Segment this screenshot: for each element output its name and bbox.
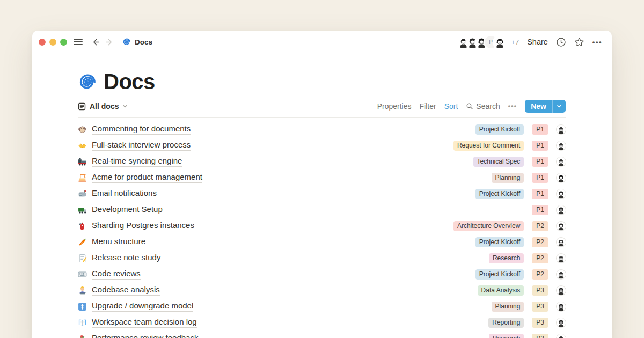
doc-row[interactable]: Performance review feedback Research P3 [78, 330, 566, 338]
doc-priority-badge: P2 [532, 269, 548, 280]
parrot-icon [78, 334, 87, 338]
breadcrumb[interactable]: Docs [122, 38, 152, 46]
doc-priority-badge: P1 [532, 173, 548, 183]
doc-priority-badge: P2 [532, 221, 548, 231]
doc-title[interactable]: Development Setup [92, 204, 163, 215]
doc-tag-badge: Project Kickoff [475, 189, 524, 199]
doc-title[interactable]: Real-time syncing engine [92, 156, 182, 167]
doc-tag-badge: Reporting [488, 318, 524, 328]
doc-row[interactable]: Code reviews Project Kickoff P2 [78, 266, 566, 282]
back-arrow-icon[interactable] [91, 37, 101, 47]
doc-row[interactable]: Workspace team decision log Reporting P3 [78, 314, 566, 330]
share-button[interactable]: Share [527, 38, 548, 46]
clock-icon[interactable] [556, 37, 566, 47]
view-label: All docs [90, 102, 119, 111]
avatar-overflow-count: +7 [511, 38, 519, 46]
close-button[interactable] [39, 39, 46, 46]
new-button-dropdown[interactable] [552, 100, 566, 113]
doc-row[interactable]: Codebase analysis Data Analysis P3 [78, 282, 566, 298]
svg-text:P: P [489, 39, 493, 45]
doc-assignee-avatar [557, 173, 566, 182]
collaborator-avatar[interactable] [494, 36, 506, 48]
doc-tag-badge: Project Kickoff [475, 237, 524, 247]
doc-assignee-avatar [557, 157, 566, 166]
doc-title[interactable]: Workspace team decision log [92, 317, 197, 328]
doc-row[interactable]: Full-stack interview process Request for… [78, 137, 566, 153]
doc-row[interactable]: Email notifications Project Kickoff P1 [78, 186, 566, 202]
properties-button[interactable]: Properties [377, 102, 412, 111]
doc-assignee-avatar [557, 238, 566, 247]
locomotive-icon [78, 157, 87, 166]
doc-assignee-avatar [557, 222, 566, 231]
search-icon [466, 102, 473, 110]
doc-title[interactable]: Release note study [92, 253, 160, 263]
doc-title[interactable]: Menu structure [92, 237, 145, 247]
sort-button[interactable]: Sort [444, 102, 458, 111]
doc-title[interactable]: Performance review feedback [92, 333, 198, 338]
doc-row[interactable]: Upgrade / downgrade model Planning P3 [78, 298, 566, 314]
doc-priority-badge: P2 [532, 237, 548, 247]
more-options-icon[interactable]: ••• [592, 38, 602, 46]
monkey-face-icon [78, 125, 87, 134]
window-topbar: Docs P +7 Share ••• [32, 31, 612, 53]
search-button[interactable]: Search [466, 102, 500, 111]
view-toolbar: All docs Properties Filter Sort Search •… [78, 99, 566, 118]
doc-tag-badge: Project Kickoff [475, 124, 524, 135]
doc-assignee-avatar [557, 286, 566, 295]
doc-list: Commenting for documents Project Kickoff… [78, 121, 566, 338]
doc-assignee-avatar [557, 318, 566, 327]
doc-tag-badge: Technical Spec [473, 157, 524, 167]
cyclone-logo-icon [78, 72, 97, 91]
view-switcher[interactable]: All docs [78, 99, 128, 113]
doc-priority-badge: P1 [532, 189, 548, 199]
new-button-label[interactable]: New [525, 100, 552, 113]
doc-row[interactable]: Sharding Postgres instances Architecture… [78, 218, 566, 234]
doc-row[interactable]: Acme for product management Planning P1 [78, 170, 566, 186]
doc-title[interactable]: Sharding Postgres instances [92, 221, 194, 231]
doc-title[interactable]: Upgrade / downgrade model [92, 301, 193, 312]
page-content: Docs All docs Properties Filter Sort Sea… [32, 69, 612, 338]
doc-title[interactable]: Code reviews [92, 269, 141, 280]
doc-priority-badge: P3 [532, 302, 548, 312]
doc-row[interactable]: Development Setup P1 [78, 202, 566, 218]
doc-row[interactable]: Real-time syncing engine Technical Spec … [78, 153, 566, 170]
star-icon[interactable] [574, 37, 584, 47]
fire-extinguisher-icon [78, 222, 87, 231]
doc-assignee-avatar [557, 254, 566, 263]
doc-priority-badge: P1 [532, 124, 548, 135]
doc-tag-badge: Architecture Overview [453, 221, 524, 231]
app-window: Docs P +7 Share ••• Docs All docs Proper… [32, 31, 612, 338]
doc-tag-badge: Planning [492, 173, 524, 183]
technologist-icon [78, 286, 87, 295]
filter-button[interactable]: Filter [420, 102, 436, 111]
doc-title[interactable]: Full-stack interview process [92, 140, 191, 151]
doc-title[interactable]: Commenting for documents [92, 124, 191, 135]
building-construction-icon [78, 173, 87, 182]
collaborator-avatars[interactable]: P [457, 36, 506, 48]
breadcrumb-title: Docs [135, 38, 152, 46]
doc-row[interactable]: Commenting for documents Project Kickoff… [78, 121, 566, 137]
topbar-actions: P +7 Share ••• [457, 36, 602, 48]
minimize-button[interactable] [49, 39, 56, 46]
zoom-button[interactable] [60, 39, 67, 46]
doc-row[interactable]: Menu structure Project Kickoff P2 [78, 234, 566, 250]
doc-title[interactable]: Email notifications [92, 188, 157, 199]
sidebar-toggle-icon[interactable] [74, 39, 83, 45]
doc-title[interactable]: Acme for product management [92, 172, 202, 183]
forward-arrow-icon[interactable] [105, 37, 115, 47]
new-button[interactable]: New [525, 100, 566, 113]
traffic-lights [39, 39, 67, 46]
doc-tag-badge: Research [489, 334, 524, 338]
doc-assignee-avatar [557, 125, 566, 134]
doc-assignee-avatar [557, 189, 566, 199]
doc-priority-badge: P3 [532, 318, 548, 328]
view-more-options-icon[interactable]: ••• [508, 102, 517, 110]
page-header: Docs [78, 69, 566, 94]
doc-priority-badge: P1 [532, 205, 548, 215]
doc-title[interactable]: Codebase analysis [92, 285, 160, 296]
doc-row[interactable]: Release note study Research P2 [78, 250, 566, 266]
mailbox-icon [78, 189, 87, 199]
memo-icon [78, 254, 87, 263]
open-book-icon [78, 318, 87, 327]
doc-tag-badge: Data Analysis [478, 285, 524, 296]
